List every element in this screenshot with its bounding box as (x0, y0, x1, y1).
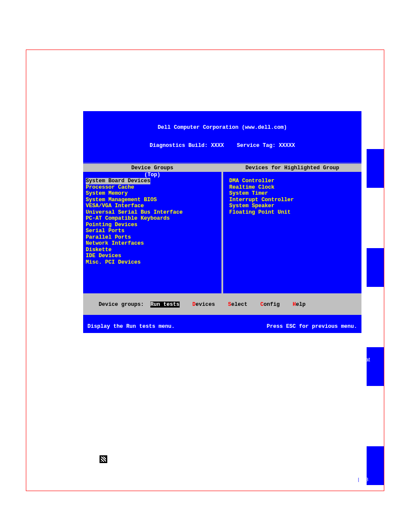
side-tab (367, 149, 384, 188)
device-group-item[interactable]: Universal Serial Bus Interface (86, 209, 219, 216)
device-groups-panel[interactable]: Device Groups (Top) System Board Devices… (83, 164, 222, 293)
devices-for-group-header: Devices for Highlighted Group (223, 164, 361, 172)
paragraph: For a quick check of your system, select… (100, 348, 370, 378)
device-group-item[interactable]: Misc. PCI Devices (86, 259, 219, 266)
note-text: NOTE: After you select Quit Menu, you ca… (100, 384, 370, 399)
device-group-item[interactable]: Diskette (86, 247, 219, 253)
bullet: On the left side of the screen, the Devi… (100, 516, 370, 532)
paragraph: The Main Menu of the diagnostics screen … (100, 434, 370, 449)
menu-run-tests[interactable]: Run tests (150, 302, 180, 308)
menu-config[interactable]: Config (260, 302, 280, 308)
device-group-item[interactable]: PC-AT Compatible Keyboards (86, 215, 219, 222)
note-icon (100, 455, 107, 463)
device-item: System Timer (229, 190, 359, 197)
device-item: System Speaker (229, 203, 359, 209)
bullet: Two lines at the top of the screen ident… (100, 503, 370, 511)
paragraph: Information on the main screen of the di… (100, 489, 370, 497)
side-tab (367, 248, 384, 287)
device-item: Realtime Clock (229, 184, 359, 191)
menu-help[interactable]: Help (293, 302, 305, 308)
status-hint-left: Display the Run tests menu. (87, 324, 175, 330)
device-group-item[interactable]: VESA/VGA Interface (86, 203, 219, 209)
console-header: Dell Computer Corporation (www.dell.com)… (83, 111, 361, 164)
console-header-line2: Diagnostics Build: XXXX Service Tag: XXX… (83, 143, 361, 149)
menu-select[interactable]: Select (228, 302, 247, 308)
doc-body: For a quick check of your system, select… (100, 348, 370, 532)
status-hint-right: Press ESC for previous menu. (267, 324, 357, 330)
console-menu-bar[interactable]: Device groups: Run tests Devices Select … (83, 293, 361, 315)
device-group-item-selected[interactable]: System Board Devices (86, 178, 150, 184)
footer-title: Running the Dell Diagnostics (293, 477, 354, 482)
paragraph: To check a particular area of your syste… (100, 405, 370, 428)
device-group-item[interactable]: System Management BIOS (86, 197, 219, 203)
device-group-item[interactable]: Pointing Devices (86, 222, 219, 228)
note-text: NOTE: In the Advanced Testing option, an… (112, 455, 370, 470)
footer-separator: | (355, 477, 362, 482)
device-group-item[interactable]: Processor Cache (86, 184, 219, 191)
devices-for-group-panel: Devices for Highlighted Group DMA Contro… (222, 164, 361, 293)
device-groups-top: (Top) (83, 172, 221, 178)
page-footer: Running the Dell Diagnostics | 53 (26, 477, 384, 482)
console-status-bar: Display the Run tests menu. Press ESC fo… (83, 321, 361, 333)
device-group-item[interactable]: Serial Ports (86, 228, 219, 234)
console-gap (83, 315, 361, 321)
device-item: DMA Controller (229, 178, 359, 184)
menu-devices[interactable]: Devices (193, 302, 215, 308)
device-group-item[interactable]: Network Interfaces (86, 240, 219, 247)
menu-label: Device groups: (99, 302, 150, 308)
device-group-item[interactable]: System Memory (86, 190, 219, 197)
device-groups-header: Device Groups (83, 164, 221, 172)
device-group-item[interactable]: IDE Devices (86, 253, 219, 259)
dell-diagnostics-console: Dell Computer Corporation (www.dell.com)… (83, 111, 361, 293)
device-group-item[interactable]: Parallel Ports (86, 234, 219, 241)
console-header-line1: Dell Computer Corporation (www.dell.com) (83, 124, 361, 131)
device-item: Floating Point Unit (229, 209, 359, 216)
device-item: Interrupt Controller (229, 197, 359, 203)
footer-page-number: 53 (363, 477, 368, 482)
